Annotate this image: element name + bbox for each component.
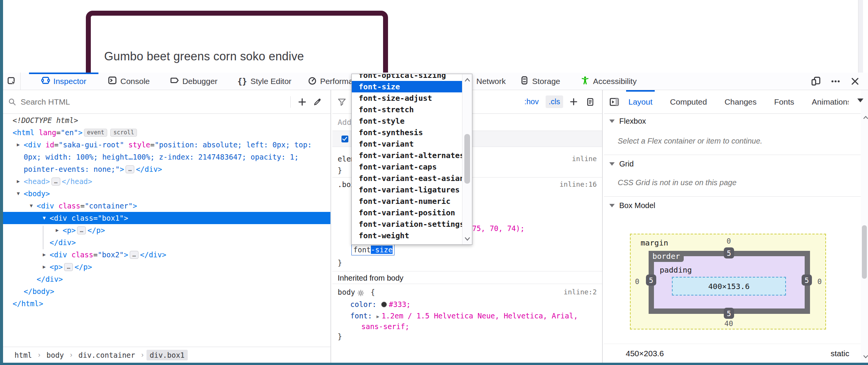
markup-tree-row[interactable]: ▶<p>…</p> bbox=[3, 224, 330, 236]
markup-tree-row[interactable]: ▼<div class="box1"> bbox=[3, 212, 330, 224]
body-font-declaration[interactable]: font: ▶1.2em / 1.5 Helvetica Neue, Helve… bbox=[332, 310, 602, 321]
autocomplete-item[interactable]: font-optical-sizing bbox=[352, 74, 463, 81]
markup-tree-row[interactable]: pointer-events: none;">…</div> bbox=[3, 163, 330, 175]
collapse-arrow-icon[interactable]: ▼ bbox=[14, 187, 22, 200]
box-model-diagram[interactable]: margin 0 5 20 0 5 20 20 5 0 20 5 40 bord… bbox=[630, 234, 826, 329]
markup-tree-row[interactable]: </div> bbox=[3, 273, 330, 285]
markup-tree-row[interactable]: </html> bbox=[3, 297, 330, 310]
autocomplete-item[interactable]: font-weight bbox=[352, 230, 463, 241]
search-html-input[interactable]: Search HTML bbox=[8, 97, 287, 107]
collapsed-content-ellipsis[interactable]: … bbox=[77, 226, 86, 234]
panel-splitter[interactable] bbox=[330, 90, 331, 363]
tab-console[interactable]: Console bbox=[98, 73, 159, 90]
sidebar-tab-fonts[interactable]: Fonts bbox=[774, 90, 794, 114]
popup-scrollbar[interactable] bbox=[462, 74, 472, 244]
grid-section-header[interactable]: Grid bbox=[604, 157, 861, 170]
markup-tree-row[interactable]: 0px; width: 100%; height…100%; z-index: … bbox=[3, 151, 330, 163]
class-checkbox[interactable] bbox=[341, 136, 348, 142]
responsive-design-mode-button[interactable] bbox=[811, 76, 821, 86]
sidebar-tab-animations[interactable]: Animations bbox=[812, 90, 849, 114]
markup-tree-row[interactable]: ▼<div class="container"> bbox=[3, 200, 330, 212]
autocomplete-item[interactable]: font-variant-position bbox=[352, 207, 463, 218]
tab-debugger[interactable]: Debugger bbox=[159, 73, 228, 90]
breadcrumb-item-div-box1[interactable]: div.box1 bbox=[147, 350, 188, 360]
devtools-menu-button[interactable] bbox=[831, 76, 841, 86]
expand-arrow-icon[interactable]: ▶ bbox=[14, 139, 22, 151]
autocomplete-item[interactable]: font-variant-east-asian bbox=[352, 173, 463, 184]
close-devtools-button[interactable] bbox=[850, 77, 860, 86]
markup-tree-row[interactable]: </div> bbox=[3, 236, 330, 249]
tab-style-editor[interactable]: {}Style Editor bbox=[228, 73, 301, 90]
print-simulation-button[interactable] bbox=[584, 95, 597, 108]
markup-tree-row[interactable]: ▶<div id="saka-gui-root" style="position… bbox=[3, 139, 330, 151]
autocomplete-item[interactable]: font-synthesis bbox=[352, 127, 463, 138]
scroll-up-icon[interactable] bbox=[462, 77, 472, 82]
expand-value-icon[interactable]: ▶ bbox=[377, 314, 379, 319]
scroll-up-icon[interactable] bbox=[861, 115, 868, 120]
new-property-input[interactable]: font-size bbox=[351, 244, 395, 255]
breadcrumb-item-html[interactable]: html bbox=[11, 350, 35, 360]
collapsed-content-ellipsis[interactable]: … bbox=[52, 178, 60, 186]
expand-arrow-icon[interactable]: ▶ bbox=[14, 175, 22, 187]
markup-tree-row[interactable]: ▼<body> bbox=[3, 187, 330, 200]
tab-accessibility[interactable]: Accessibility bbox=[570, 73, 648, 90]
markup-tree-row[interactable]: <!DOCTYPE html> bbox=[3, 114, 330, 126]
autocomplete-item[interactable]: font-variant-alternates bbox=[352, 150, 463, 161]
rule-source-link[interactable]: inline:16 bbox=[559, 179, 597, 190]
expand-arrow-icon[interactable]: ▶ bbox=[53, 224, 61, 236]
border-right-value[interactable]: 5 bbox=[802, 275, 812, 286]
markup-tree-row[interactable]: ▶<div class="box2">…</div> bbox=[3, 249, 330, 261]
border-left-value[interactable]: 5 bbox=[646, 275, 656, 286]
collapsed-content-ellipsis[interactable]: … bbox=[126, 165, 134, 173]
border-top-value[interactable]: 5 bbox=[724, 247, 734, 258]
markup-tree-row[interactable]: ▶<p>…</p> bbox=[3, 261, 330, 273]
eyedropper-button[interactable] bbox=[310, 94, 325, 110]
autocomplete-item[interactable]: font-style bbox=[352, 115, 463, 127]
sidebar-tab-changes[interactable]: Changes bbox=[725, 90, 757, 114]
border-bottom-value[interactable]: 5 bbox=[724, 308, 734, 319]
collapse-arrow-icon[interactable]: ▼ bbox=[27, 200, 35, 212]
collapsed-content-ellipsis[interactable]: … bbox=[130, 251, 138, 259]
sidebar-scrollbar[interactable] bbox=[861, 90, 868, 363]
sidebar-toggle-button[interactable] bbox=[609, 97, 619, 107]
body-rule-selector[interactable]: body { inline:2 bbox=[332, 286, 602, 298]
collapsed-content-ellipsis[interactable]: … bbox=[64, 263, 73, 271]
autocomplete-item[interactable]: font-variant bbox=[352, 138, 463, 150]
body-color-declaration[interactable]: color: #333; bbox=[332, 299, 602, 310]
tab-storage[interactable]: Storage bbox=[510, 73, 570, 90]
all-tabs-dropdown-icon[interactable] bbox=[857, 99, 863, 102]
markup-tree-row[interactable]: <html lang="en">eventscroll bbox=[3, 126, 330, 139]
autocomplete-item[interactable]: font-size-adjust bbox=[352, 92, 463, 104]
scroll-down-icon[interactable] bbox=[462, 236, 472, 241]
pseudo-class-toggle[interactable]: :hov bbox=[521, 95, 542, 108]
sidebar-tab-computed[interactable]: Computed bbox=[670, 90, 707, 114]
markup-tree-row[interactable]: ▶<head>…</head> bbox=[3, 175, 330, 187]
box-model-content-region[interactable]: 400×153.6 bbox=[672, 277, 786, 296]
add-rule-button[interactable] bbox=[567, 95, 580, 108]
rule-source-link[interactable]: inline:2 bbox=[564, 286, 597, 298]
autocomplete-item[interactable]: font-variant-numeric bbox=[352, 195, 463, 207]
markup-tree-row[interactable]: </body> bbox=[3, 285, 330, 297]
expand-arrow-icon[interactable]: ▶ bbox=[40, 261, 48, 273]
breadcrumb-item-div-container[interactable]: div.container bbox=[76, 350, 138, 360]
margin-top-value[interactable]: 0 bbox=[719, 237, 738, 245]
scrollbar-thumb[interactable] bbox=[464, 134, 470, 184]
pick-element-button[interactable] bbox=[3, 73, 21, 90]
add-node-button[interactable] bbox=[295, 94, 310, 110]
autocomplete-item[interactable]: font-stretch bbox=[352, 104, 463, 115]
class-toggle[interactable]: .cls bbox=[546, 95, 563, 108]
autocomplete-item[interactable]: font-variant-caps bbox=[352, 161, 463, 173]
autocomplete-item[interactable]: font-variant-ligatures bbox=[352, 184, 463, 195]
margin-right-value[interactable]: 0 bbox=[814, 277, 825, 286]
rule-source-link[interactable]: inline bbox=[572, 153, 597, 165]
margin-left-value[interactable]: 0 bbox=[631, 277, 643, 286]
flexbox-section-header[interactable]: Flexbox bbox=[604, 115, 861, 128]
collapse-arrow-icon[interactable]: ▼ bbox=[40, 212, 48, 224]
box-model-section-header[interactable]: Box Model bbox=[604, 199, 861, 212]
autocomplete-item[interactable]: font-variation-settings bbox=[352, 218, 463, 230]
sidebar-tab-layout[interactable]: Layout bbox=[628, 90, 652, 114]
scroll-down-icon[interactable] bbox=[861, 354, 868, 359]
page-scrollbar[interactable] bbox=[858, 0, 863, 73]
expand-arrow-icon[interactable]: ▶ bbox=[40, 249, 48, 261]
breadcrumb-item-body[interactable]: body bbox=[43, 350, 67, 360]
